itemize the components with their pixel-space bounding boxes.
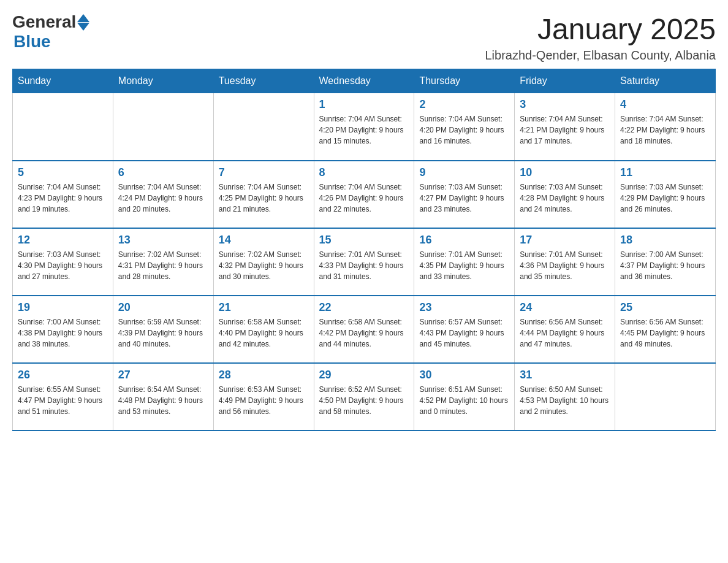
day-info: Sunrise: 7:04 AM Sunset: 4:22 PM Dayligh…	[620, 113, 710, 147]
day-number: 31	[520, 369, 610, 381]
calendar-cell: 19Sunrise: 7:00 AM Sunset: 4:38 PM Dayli…	[13, 296, 113, 363]
day-info: Sunrise: 7:02 AM Sunset: 4:31 PM Dayligh…	[118, 249, 208, 282]
day-number: 5	[18, 166, 108, 179]
day-number: 14	[219, 234, 309, 247]
calendar-cell: 7Sunrise: 7:04 AM Sunset: 4:25 PM Daylig…	[213, 161, 314, 228]
day-of-week-header: Friday	[515, 69, 615, 93]
day-info: Sunrise: 7:03 AM Sunset: 4:27 PM Dayligh…	[419, 182, 509, 215]
day-number: 24	[520, 301, 610, 314]
calendar-week-row: 19Sunrise: 7:00 AM Sunset: 4:38 PM Dayli…	[13, 296, 716, 363]
day-info: Sunrise: 6:58 AM Sunset: 4:42 PM Dayligh…	[319, 316, 409, 350]
day-number: 26	[18, 369, 108, 381]
day-info: Sunrise: 6:56 AM Sunset: 4:44 PM Dayligh…	[520, 316, 610, 350]
day-number: 4	[620, 98, 710, 111]
day-info: Sunrise: 7:04 AM Sunset: 4:20 PM Dayligh…	[419, 113, 509, 147]
day-info: Sunrise: 6:51 AM Sunset: 4:52 PM Dayligh…	[419, 384, 509, 417]
day-number: 17	[520, 234, 610, 247]
day-info: Sunrise: 6:54 AM Sunset: 4:48 PM Dayligh…	[118, 384, 208, 417]
calendar-cell: 1Sunrise: 7:04 AM Sunset: 4:20 PM Daylig…	[314, 93, 414, 161]
calendar-body: 1Sunrise: 7:04 AM Sunset: 4:20 PM Daylig…	[13, 93, 716, 431]
day-of-week-header: Monday	[113, 69, 213, 93]
calendar-cell: 9Sunrise: 7:03 AM Sunset: 4:27 PM Daylig…	[414, 161, 515, 228]
page-header: General Blue January 2025 Librazhd-Qende…	[12, 12, 716, 63]
logo-content: General Blue	[12, 12, 89, 52]
calendar-cell: 14Sunrise: 7:02 AM Sunset: 4:32 PM Dayli…	[213, 228, 314, 296]
day-number: 15	[319, 234, 409, 247]
calendar-cell: 22Sunrise: 6:58 AM Sunset: 4:42 PM Dayli…	[314, 296, 414, 363]
day-number: 12	[18, 234, 108, 247]
day-info: Sunrise: 7:03 AM Sunset: 4:30 PM Dayligh…	[18, 249, 108, 282]
day-number: 29	[319, 369, 409, 381]
day-info: Sunrise: 6:53 AM Sunset: 4:49 PM Dayligh…	[219, 384, 309, 417]
calendar-header: SundayMondayTuesdayWednesdayThursdayFrid…	[13, 69, 716, 93]
logo-general-text: General	[12, 12, 76, 32]
day-info: Sunrise: 6:52 AM Sunset: 4:50 PM Dayligh…	[319, 384, 409, 417]
calendar-week-row: 1Sunrise: 7:04 AM Sunset: 4:20 PM Daylig…	[13, 93, 716, 161]
day-info: Sunrise: 7:04 AM Sunset: 4:23 PM Dayligh…	[18, 182, 108, 215]
calendar-cell: 5Sunrise: 7:04 AM Sunset: 4:23 PM Daylig…	[13, 161, 113, 228]
day-number: 6	[118, 166, 208, 179]
day-number: 28	[219, 369, 309, 381]
calendar-cell: 18Sunrise: 7:00 AM Sunset: 4:37 PM Dayli…	[615, 228, 716, 296]
calendar-cell: 12Sunrise: 7:03 AM Sunset: 4:30 PM Dayli…	[13, 228, 113, 296]
location-text: Librazhd-Qender, Elbasan County, Albania	[485, 48, 716, 63]
day-number: 27	[118, 369, 208, 381]
day-number: 2	[419, 98, 509, 111]
day-number: 3	[520, 98, 610, 111]
day-info: Sunrise: 6:55 AM Sunset: 4:47 PM Dayligh…	[18, 384, 108, 417]
day-number: 21	[219, 301, 309, 314]
calendar-cell: 29Sunrise: 6:52 AM Sunset: 4:50 PM Dayli…	[314, 363, 414, 431]
month-title: January 2025	[485, 12, 716, 46]
calendar-cell: 10Sunrise: 7:03 AM Sunset: 4:28 PM Dayli…	[515, 161, 615, 228]
calendar-cell: 27Sunrise: 6:54 AM Sunset: 4:48 PM Dayli…	[113, 363, 213, 431]
calendar-cell: 4Sunrise: 7:04 AM Sunset: 4:22 PM Daylig…	[615, 93, 716, 161]
calendar-cell: 2Sunrise: 7:04 AM Sunset: 4:20 PM Daylig…	[414, 93, 515, 161]
calendar-cell: 11Sunrise: 7:03 AM Sunset: 4:29 PM Dayli…	[615, 161, 716, 228]
day-number: 18	[620, 234, 710, 247]
day-number: 13	[118, 234, 208, 247]
day-info: Sunrise: 6:59 AM Sunset: 4:39 PM Dayligh…	[118, 316, 208, 350]
day-info: Sunrise: 7:01 AM Sunset: 4:36 PM Dayligh…	[520, 249, 610, 282]
day-info: Sunrise: 7:04 AM Sunset: 4:24 PM Dayligh…	[118, 182, 208, 215]
day-of-week-header: Wednesday	[314, 69, 414, 93]
day-number: 1	[319, 98, 409, 111]
calendar-cell: 8Sunrise: 7:04 AM Sunset: 4:26 PM Daylig…	[314, 161, 414, 228]
day-number: 10	[520, 166, 610, 179]
calendar-cell	[615, 363, 716, 431]
calendar-cell	[213, 93, 314, 161]
calendar-cell: 20Sunrise: 6:59 AM Sunset: 4:39 PM Dayli…	[113, 296, 213, 363]
day-of-week-header: Thursday	[414, 69, 515, 93]
calendar-week-row: 26Sunrise: 6:55 AM Sunset: 4:47 PM Dayli…	[13, 363, 716, 431]
day-number: 20	[118, 301, 208, 314]
day-of-week-header: Tuesday	[213, 69, 314, 93]
day-number: 19	[18, 301, 108, 314]
calendar-cell: 17Sunrise: 7:01 AM Sunset: 4:36 PM Dayli…	[515, 228, 615, 296]
logo: General Blue	[12, 12, 89, 52]
day-number: 7	[219, 166, 309, 179]
day-of-week-header: Saturday	[615, 69, 716, 93]
calendar-cell: 16Sunrise: 7:01 AM Sunset: 4:35 PM Dayli…	[414, 228, 515, 296]
day-info: Sunrise: 7:01 AM Sunset: 4:33 PM Dayligh…	[319, 249, 409, 282]
day-number: 11	[620, 166, 710, 179]
day-info: Sunrise: 7:02 AM Sunset: 4:32 PM Dayligh…	[219, 249, 309, 282]
day-info: Sunrise: 6:57 AM Sunset: 4:43 PM Dayligh…	[419, 316, 509, 350]
day-info: Sunrise: 7:00 AM Sunset: 4:38 PM Dayligh…	[18, 316, 108, 350]
day-number: 25	[620, 301, 710, 314]
calendar-table: SundayMondayTuesdayWednesdayThursdayFrid…	[12, 69, 716, 431]
calendar-cell: 6Sunrise: 7:04 AM Sunset: 4:24 PM Daylig…	[113, 161, 213, 228]
day-number: 9	[419, 166, 509, 179]
calendar-week-row: 12Sunrise: 7:03 AM Sunset: 4:30 PM Dayli…	[13, 228, 716, 296]
day-info: Sunrise: 7:03 AM Sunset: 4:29 PM Dayligh…	[620, 182, 710, 215]
calendar-cell: 24Sunrise: 6:56 AM Sunset: 4:44 PM Dayli…	[515, 296, 615, 363]
calendar-cell	[13, 93, 113, 161]
day-info: Sunrise: 7:04 AM Sunset: 4:26 PM Dayligh…	[319, 182, 409, 215]
day-info: Sunrise: 6:50 AM Sunset: 4:53 PM Dayligh…	[520, 384, 610, 417]
day-info: Sunrise: 6:56 AM Sunset: 4:45 PM Dayligh…	[620, 316, 710, 350]
calendar-cell: 31Sunrise: 6:50 AM Sunset: 4:53 PM Dayli…	[515, 363, 615, 431]
day-number: 16	[419, 234, 509, 247]
calendar-cell: 3Sunrise: 7:04 AM Sunset: 4:21 PM Daylig…	[515, 93, 615, 161]
calendar-cell: 23Sunrise: 6:57 AM Sunset: 4:43 PM Dayli…	[414, 296, 515, 363]
day-number: 8	[319, 166, 409, 179]
calendar-cell: 13Sunrise: 7:02 AM Sunset: 4:31 PM Dayli…	[113, 228, 213, 296]
day-info: Sunrise: 7:00 AM Sunset: 4:37 PM Dayligh…	[620, 249, 710, 282]
